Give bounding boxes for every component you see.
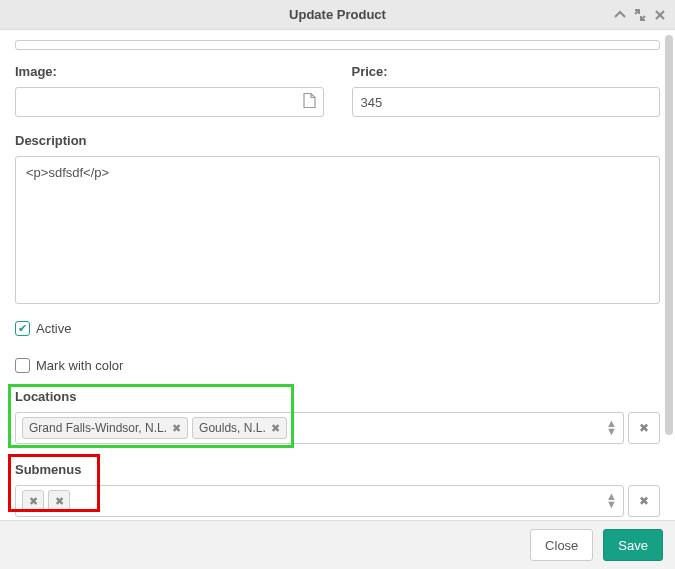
prev-field-bottom[interactable] xyxy=(15,40,660,50)
remove-tag-icon[interactable]: ✖ xyxy=(29,495,38,508)
modal-title: Update Product xyxy=(289,7,386,22)
modal-window-controls xyxy=(613,0,667,29)
image-input[interactable] xyxy=(15,87,324,117)
mark-color-row[interactable]: ✔ Mark with color xyxy=(15,358,660,373)
remove-tag-icon[interactable]: ✖ xyxy=(172,422,181,435)
save-button[interactable]: Save xyxy=(603,529,663,561)
image-label: Image: xyxy=(15,64,324,79)
submenu-tag[interactable]: ✖ xyxy=(22,490,44,512)
submenu-tag[interactable]: ✖ xyxy=(48,490,70,512)
modal-header: Update Product xyxy=(0,0,675,30)
location-tag-label: Goulds, N.L. xyxy=(199,421,266,435)
submenus-multiselect[interactable]: ✖ ✖ ▲▼ xyxy=(15,485,624,517)
scrollbar-thumb[interactable] xyxy=(665,35,673,435)
price-input[interactable] xyxy=(352,87,661,117)
remove-tag-icon[interactable]: ✖ xyxy=(271,422,280,435)
submenus-label: Submenus xyxy=(15,462,660,477)
dropdown-toggle-icon[interactable]: ▲▼ xyxy=(606,493,617,508)
locations-clear-button[interactable]: ✖ xyxy=(628,412,660,444)
file-icon[interactable] xyxy=(303,93,316,112)
location-tag[interactable]: Goulds, N.L. ✖ xyxy=(192,417,287,439)
description-textarea[interactable] xyxy=(15,156,660,304)
active-checkbox[interactable]: ✔ xyxy=(15,321,30,336)
active-row[interactable]: ✔ Active xyxy=(15,321,660,336)
price-label: Price: xyxy=(352,64,661,79)
dropdown-toggle-icon[interactable]: ▲▼ xyxy=(606,420,617,435)
submenus-clear-button[interactable]: ✖ xyxy=(628,485,660,517)
description-label: Description xyxy=(15,133,660,148)
locations-multiselect[interactable]: Grand Falls-Windsor, N.L. ✖ Goulds, N.L.… xyxy=(15,412,624,444)
collapse-icon[interactable] xyxy=(613,8,627,22)
remove-tag-icon[interactable]: ✖ xyxy=(55,495,64,508)
modal-footer: Close Save xyxy=(0,520,675,569)
mark-color-checkbox[interactable]: ✔ xyxy=(15,358,30,373)
mark-color-label: Mark with color xyxy=(36,358,123,373)
locations-label: Locations xyxy=(15,389,660,404)
location-tag-label: Grand Falls-Windsor, N.L. xyxy=(29,421,167,435)
expand-icon[interactable] xyxy=(633,8,647,22)
location-tag[interactable]: Grand Falls-Windsor, N.L. ✖ xyxy=(22,417,188,439)
close-icon[interactable] xyxy=(653,8,667,22)
active-label: Active xyxy=(36,321,71,336)
modal-body: Image: Price: Description ✔ Active ✔ Mar… xyxy=(0,30,675,520)
close-button[interactable]: Close xyxy=(530,529,593,561)
